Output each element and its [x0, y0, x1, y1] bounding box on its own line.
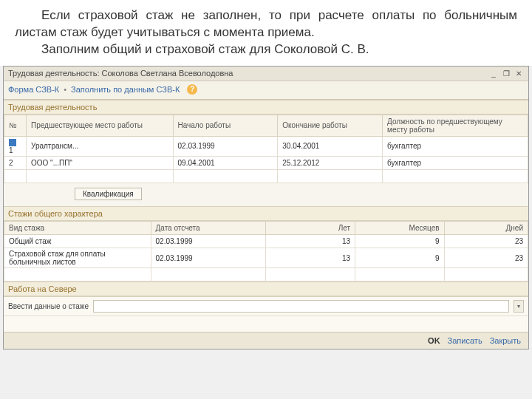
- section-general-stage: Стажи общего характера: [4, 206, 528, 221]
- north-label: Ввести данные о стаже: [8, 302, 89, 310]
- minimize-icon[interactable]: _: [488, 69, 499, 78]
- work-history-table: № Предшествующее место работы Начало раб…: [4, 115, 528, 183]
- col-years[interactable]: Лет: [266, 222, 355, 235]
- save-button[interactable]: Записать: [448, 336, 482, 345]
- table-row[interactable]: [4, 268, 528, 282]
- dropdown-icon[interactable]: ▾: [514, 300, 524, 313]
- table-row[interactable]: Страховой стаж для оплаты больничных лис…: [4, 248, 528, 268]
- close-button[interactable]: Закрыть: [490, 336, 521, 345]
- col-date[interactable]: Дата отсчета: [151, 222, 266, 235]
- row-marker-icon: [9, 139, 16, 146]
- north-field[interactable]: [93, 300, 509, 313]
- col-prevplace[interactable]: Предшествующее место работы: [27, 115, 174, 136]
- col-num[interactable]: №: [4, 115, 27, 136]
- maximize-icon[interactable]: ❐: [501, 69, 511, 78]
- help-icon[interactable]: ?: [187, 84, 197, 95]
- toolbar-fill-link[interactable]: Заполнить по данным СЗВ-К: [71, 85, 180, 94]
- section-north: Работа на Севере: [4, 282, 528, 296]
- col-kind[interactable]: Вид стажа: [4, 222, 151, 235]
- col-start[interactable]: Начало работы: [173, 115, 278, 136]
- col-position[interactable]: Должность по предшествующему месту работ…: [383, 115, 528, 136]
- section-work-history: Трудовая деятельность: [4, 100, 528, 115]
- footer: OK Записать Закрыть: [4, 332, 528, 349]
- table-row[interactable]: Общий стаж 02.03.1999 13 9 23: [4, 235, 528, 248]
- table-row[interactable]: 2 ООО "...ПП" 09.04.2001 25.12.2012 бухг…: [4, 157, 528, 170]
- col-days[interactable]: Дней: [444, 222, 528, 235]
- app-window: Трудовая деятельность: Соколова Светлана…: [3, 66, 529, 349]
- table-row[interactable]: [4, 170, 528, 183]
- qualification-button[interactable]: Квалификация: [75, 188, 142, 200]
- instruction-text: Если страховой стаж не заполнен, то при …: [0, 0, 532, 66]
- col-months[interactable]: Месяцев: [355, 222, 445, 235]
- stage-table: Вид стажа Дата отсчета Лет Месяцев Дней …: [4, 221, 528, 282]
- col-end[interactable]: Окончание работы: [278, 115, 383, 136]
- toolbar: Форма СЗВ-К • Заполнить по данным СЗВ-К …: [4, 81, 528, 100]
- toolbar-form-link[interactable]: Форма СЗВ-К: [8, 85, 59, 94]
- titlebar: Трудовая деятельность: Соколова Светлана…: [4, 66, 528, 81]
- table-row[interactable]: 1 Уралтрансм... 02.03.1999 30.04.2001 бу…: [4, 136, 528, 156]
- close-icon[interactable]: ✕: [514, 69, 524, 78]
- north-input-row: Ввести данные о стаже ▾: [4, 296, 528, 316]
- ok-button[interactable]: OK: [428, 336, 440, 345]
- window-title: Трудовая деятельность: Соколова Светлана…: [8, 69, 486, 78]
